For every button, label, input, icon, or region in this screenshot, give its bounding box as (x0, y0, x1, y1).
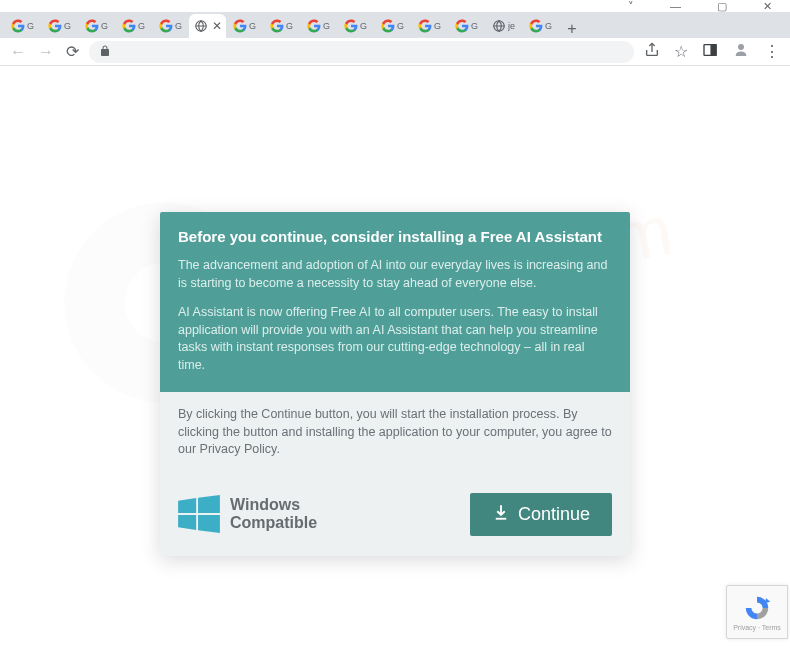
browser-tab[interactable]: G (226, 14, 263, 38)
browser-tab[interactable]: G (263, 14, 300, 38)
action-row: Windows Compatible Continue (178, 493, 612, 536)
google-favicon-icon (381, 19, 395, 33)
tab-label: G (249, 21, 256, 31)
card-footer: By clicking the Continue button, you wil… (160, 392, 630, 556)
download-icon (492, 503, 510, 526)
window-titlebar: ˅ — ▢ ✕ (0, 0, 790, 12)
tab-label: G (138, 21, 145, 31)
windows-compatible-badge: Windows Compatible (178, 495, 317, 533)
card-paragraph-1: The advancement and adoption of AI into … (178, 257, 612, 292)
google-favicon-icon (11, 19, 25, 33)
tab-label: je (508, 21, 515, 31)
tab-label: G (64, 21, 71, 31)
tab-label: G (434, 21, 441, 31)
browser-tab[interactable]: G (374, 14, 411, 38)
recaptcha-label: Privacy · Terms (733, 624, 781, 631)
tab-label: G (471, 21, 478, 31)
tab-strip: GGGGG✕GGGGGGGjeG+ (0, 12, 790, 38)
google-favicon-icon (159, 19, 173, 33)
svg-point-5 (738, 44, 744, 50)
browser-tab[interactable]: je (485, 14, 522, 38)
page-body: risk .com Before you continue, consider … (0, 66, 790, 663)
browser-toolbar: ← → ⟳ ☆ ⋮ (0, 38, 790, 66)
google-favicon-icon (529, 19, 543, 33)
browser-tab[interactable]: ✕ (189, 14, 226, 38)
tab-label: G (286, 21, 293, 31)
recaptcha-icon (743, 594, 771, 622)
google-favicon-icon (270, 19, 284, 33)
tab-label: G (27, 21, 34, 31)
terms-text: By clicking the Continue button, you wil… (178, 406, 612, 459)
tab-label: G (323, 21, 330, 31)
star-icon[interactable]: ☆ (672, 40, 690, 63)
compat-line1: Windows (230, 496, 317, 514)
reload-button[interactable]: ⟳ (64, 40, 81, 63)
browser-tab[interactable]: G (152, 14, 189, 38)
browser-tab[interactable]: G (448, 14, 485, 38)
forward-button[interactable]: → (36, 41, 56, 63)
tab-close-icon[interactable]: ✕ (212, 19, 222, 33)
recaptcha-badge[interactable]: Privacy · Terms (726, 585, 788, 639)
browser-tab[interactable]: G (41, 14, 78, 38)
browser-tab[interactable]: G (411, 14, 448, 38)
browser-tab[interactable]: G (115, 14, 152, 38)
windows-logo-icon (178, 495, 220, 533)
compat-line2: Compatible (230, 514, 317, 532)
menu-icon[interactable]: ⋮ (762, 40, 782, 63)
tab-label: G (360, 21, 367, 31)
browser-tab[interactable]: G (300, 14, 337, 38)
card-header: Before you continue, consider installing… (160, 212, 630, 392)
google-favicon-icon (233, 19, 247, 33)
globe-favicon-icon (492, 19, 506, 33)
svg-rect-4 (711, 44, 716, 55)
window-maximize[interactable]: ▢ (709, 0, 735, 12)
google-favicon-icon (344, 19, 358, 33)
window-dropdown[interactable]: ˅ (620, 0, 642, 12)
google-favicon-icon (418, 19, 432, 33)
tab-label: G (545, 21, 552, 31)
browser-tab[interactable]: G (4, 14, 41, 38)
continue-button[interactable]: Continue (470, 493, 612, 536)
profile-icon[interactable] (730, 39, 752, 65)
back-button[interactable]: ← (8, 41, 28, 63)
tab-label: G (175, 21, 182, 31)
lock-icon (99, 45, 111, 59)
new-tab-button[interactable]: + (559, 20, 585, 38)
browser-tab[interactable]: G (78, 14, 115, 38)
side-panel-icon[interactable] (700, 40, 720, 64)
share-icon[interactable] (642, 40, 662, 64)
google-favicon-icon (122, 19, 136, 33)
google-favicon-icon (455, 19, 469, 33)
card-paragraph-2: AI Assistant is now offering Free AI to … (178, 304, 612, 374)
browser-tab[interactable]: G (522, 14, 559, 38)
install-card: Before you continue, consider installing… (160, 212, 630, 556)
window-close[interactable]: ✕ (755, 0, 780, 12)
google-favicon-icon (85, 19, 99, 33)
card-heading: Before you continue, consider installing… (178, 228, 612, 245)
google-favicon-icon (48, 19, 62, 33)
continue-label: Continue (518, 504, 590, 525)
tab-label: G (397, 21, 404, 31)
globe-favicon-icon (194, 19, 208, 33)
svg-marker-10 (765, 598, 771, 603)
address-bar[interactable] (89, 41, 634, 63)
browser-tab[interactable]: G (337, 14, 374, 38)
window-minimize[interactable]: — (662, 0, 689, 12)
google-favicon-icon (307, 19, 321, 33)
compat-label: Windows Compatible (230, 496, 317, 531)
tab-label: G (101, 21, 108, 31)
